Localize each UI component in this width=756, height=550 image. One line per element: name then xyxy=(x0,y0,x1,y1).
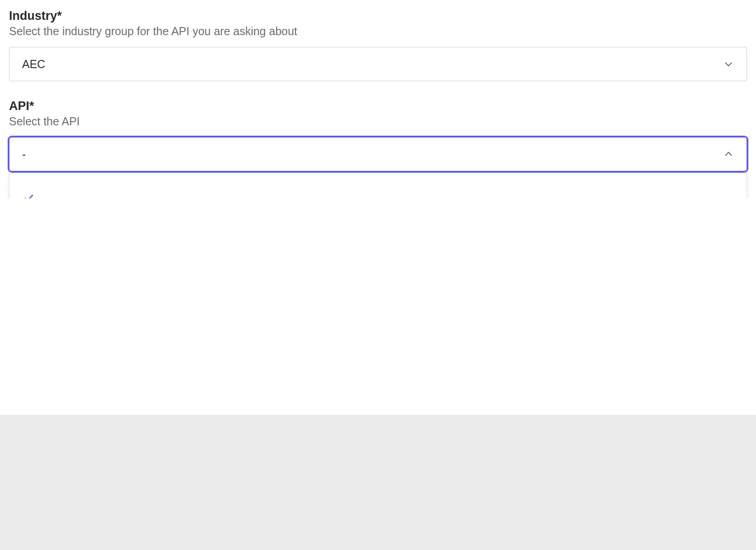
api-dropdown: - - AutoCAD Autodesk Cons xyxy=(9,137,747,171)
industry-description: Select the industry group for the API yo… xyxy=(9,25,747,38)
industry-label: Industry* xyxy=(9,9,747,23)
api-label: API* xyxy=(9,99,747,113)
api-option-label: - xyxy=(44,192,734,199)
form-container: Industry* Select the industry group for … xyxy=(9,9,747,171)
chevron-down-icon xyxy=(723,59,734,69)
api-select[interactable]: - xyxy=(9,137,747,171)
industry-selected-value: AEC xyxy=(22,58,45,71)
api-option-dash[interactable]: - xyxy=(9,183,747,198)
api-description: Select the API xyxy=(9,115,747,128)
api-dropdown-menu: - AutoCAD Autodesk Construction Cloud (A… xyxy=(9,173,747,198)
api-selected-value: - xyxy=(22,148,26,161)
check-icon xyxy=(22,191,36,198)
api-field-group: API* Select the API - - AutoCAD xyxy=(9,99,747,171)
industry-field-group: Industry* Select the industry group for … xyxy=(9,9,747,81)
industry-select[interactable]: AEC xyxy=(9,47,747,81)
chevron-up-icon xyxy=(723,149,734,160)
